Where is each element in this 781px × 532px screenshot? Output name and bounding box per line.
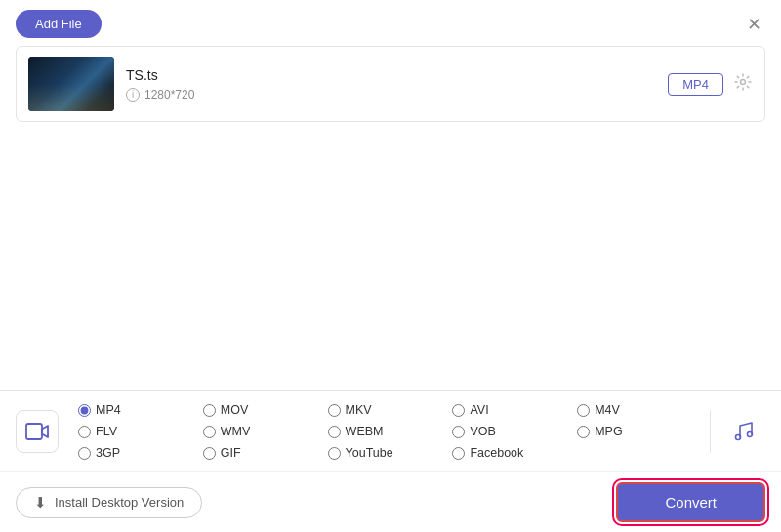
format-label-gif: GIF	[221, 446, 241, 460]
format-label-flv: FLV	[96, 425, 117, 438]
svg-rect-1	[26, 424, 42, 439]
close-button[interactable]: ✕	[743, 14, 765, 35]
file-info: TS.ts i 1280*720	[114, 67, 668, 102]
convert-button[interactable]: Convert	[616, 482, 765, 522]
file-resolution: 1280*720	[144, 88, 194, 102]
top-bar: Add File ✕	[0, 0, 781, 46]
format-label-vob: VOB	[470, 425, 495, 438]
settings-icon[interactable]	[733, 72, 753, 97]
svg-point-0	[741, 79, 746, 84]
format-label-youtube: YouTube	[346, 446, 393, 460]
format-label-mpg: MPG	[595, 425, 622, 438]
file-list-area: TS.ts i 1280*720 MP4	[16, 46, 765, 122]
file-item: TS.ts i 1280*720 MP4	[17, 47, 764, 121]
format-label-mov: MOV	[221, 403, 248, 417]
svg-point-3	[748, 432, 753, 437]
format-label-3gp: 3GP	[96, 446, 120, 460]
format-option-wmv[interactable]: WMV	[199, 423, 324, 440]
file-thumbnail	[28, 57, 114, 111]
file-meta: i 1280*720	[126, 88, 668, 102]
video-format-icon-box[interactable]	[16, 410, 59, 453]
format-option-gif[interactable]: GIF	[199, 444, 324, 462]
action-bar: ⬇ Install Desktop Version Convert	[0, 472, 781, 532]
format-bar: MP4 MOV MKV AVI M4V FLV	[0, 391, 781, 472]
format-option-youtube[interactable]: YouTube	[324, 444, 449, 462]
format-option-webm[interactable]: WEBM	[324, 423, 449, 440]
format-option-mov[interactable]: MOV	[199, 401, 324, 419]
format-label-facebook: Facebook	[470, 446, 523, 460]
install-desktop-button[interactable]: ⬇ Install Desktop Version	[16, 487, 202, 518]
format-option-m4v[interactable]: M4V	[573, 401, 698, 419]
info-icon: i	[126, 88, 140, 102]
format-label-mkv: MKV	[346, 403, 372, 417]
format-option-facebook[interactable]: Facebook	[448, 444, 573, 462]
format-option-mkv[interactable]: MKV	[324, 401, 449, 419]
format-option-avi[interactable]: AVI	[448, 401, 573, 419]
thumbnail-image	[28, 57, 114, 111]
audio-icon-box[interactable]	[722, 410, 765, 453]
bottom-section: MP4 MOV MKV AVI M4V FLV	[0, 390, 781, 532]
format-label-mp4: MP4	[96, 403, 121, 417]
format-option-vob[interactable]: VOB	[448, 423, 573, 440]
add-file-button[interactable]: Add File	[16, 10, 102, 38]
install-label: Install Desktop Version	[55, 495, 184, 510]
format-option-flv[interactable]: FLV	[74, 423, 199, 440]
format-option-mp4[interactable]: MP4	[74, 401, 199, 419]
file-actions: MP4	[668, 72, 753, 97]
download-icon: ⬇	[34, 494, 47, 512]
format-label-webm: WEBM	[346, 425, 384, 438]
format-label-wmv: WMV	[221, 425, 251, 438]
format-divider	[710, 410, 711, 453]
format-grid: MP4 MOV MKV AVI M4V FLV	[74, 401, 698, 462]
format-option-3gp[interactable]: 3GP	[74, 444, 199, 462]
format-label-m4v: M4V	[595, 403, 620, 417]
format-label-avi: AVI	[470, 403, 488, 417]
file-name: TS.ts	[126, 67, 668, 83]
svg-point-2	[736, 435, 741, 440]
format-option-mpg[interactable]: MPG	[573, 423, 698, 440]
format-badge[interactable]: MP4	[668, 73, 723, 96]
